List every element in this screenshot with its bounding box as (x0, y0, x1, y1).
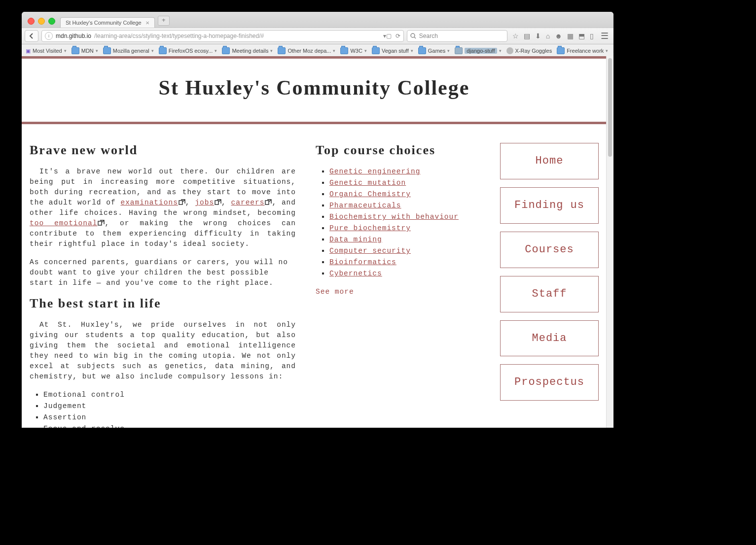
bookmark-item[interactable]: Games ▾ (418, 47, 450, 54)
link-see-more[interactable]: See more (316, 288, 354, 296)
list-item: Biochemistry with behaviour (329, 212, 478, 222)
list-item: Focus and resolve (43, 424, 296, 428)
list-item: Pharmaceuticals (329, 201, 478, 211)
nav-link-finding-us[interactable]: Finding us (500, 187, 599, 224)
pocket-icon[interactable]: ⬒ (578, 32, 585, 40)
browser-window: St Huxley's Community College ✕ + i mdn.… (22, 12, 613, 428)
course-link[interactable]: Genetic engineering (329, 168, 420, 175)
nav-column: Home Finding us Courses Staff Media Pros… (500, 143, 599, 428)
list-item: Pure biochemistry (329, 223, 478, 234)
address-bar[interactable]: i mdn.github.io /learning-area/css/styli… (41, 30, 404, 42)
bookmark-item[interactable]: ▣Most Visited ▾ (26, 48, 67, 54)
browser-toolbar: i mdn.github.io /learning-area/css/styli… (22, 28, 613, 44)
minimize-window-button[interactable] (38, 18, 45, 25)
search-placeholder: Search (419, 33, 438, 39)
link-jobs[interactable]: jobs (195, 199, 221, 206)
search-icon (410, 33, 416, 39)
url-host: mdn.github.io (56, 33, 91, 39)
page-header: St Huxley's Community College (22, 56, 607, 124)
bookmark-item[interactable]: MDN ▾ (72, 47, 98, 54)
external-link-icon (215, 199, 221, 205)
nav-link-staff[interactable]: Staff (500, 276, 599, 312)
course-link[interactable]: Genetic mutation (329, 179, 406, 187)
bookmark-item[interactable]: Mozilla general ▾ (103, 47, 154, 54)
nav-link-media[interactable]: Media (500, 320, 599, 357)
nav-link-courses[interactable]: Courses (500, 232, 599, 268)
bookmark-item[interactable]: W3C ▾ (340, 47, 366, 54)
nav-link-prospectus[interactable]: Prospectus (500, 364, 599, 401)
bookmark-item[interactable]: FirefoxOS ecosy... ▾ (159, 47, 217, 54)
browser-tab[interactable]: St Huxley's Community College ✕ (60, 17, 155, 28)
close-window-button[interactable] (28, 18, 35, 25)
external-link-icon (179, 199, 185, 205)
main-column: Brave new world It's a brave new world o… (30, 143, 296, 428)
heading-best-start: The best start in life (30, 296, 296, 311)
window-controls (26, 18, 57, 28)
home-icon[interactable]: ⌂ (546, 32, 550, 40)
bookmark-item[interactable]: Other Moz depa... ▾ (278, 47, 335, 54)
course-link[interactable]: Bioinformatics (329, 258, 396, 266)
bookmark-item[interactable]: Meeting details ▾ (222, 47, 273, 54)
bookmark-item[interactable]: Vegan stuff ▾ (372, 47, 413, 54)
course-link[interactable]: Computer security (329, 247, 411, 255)
downloads-icon[interactable]: ⬇ (535, 32, 541, 40)
search-bar[interactable]: Search (407, 30, 507, 42)
svg-line-1 (414, 37, 416, 38)
maximize-window-button[interactable] (48, 18, 55, 25)
heading-brave-new-world: Brave new world (30, 143, 296, 158)
course-link[interactable]: Pure biochemistry (329, 224, 411, 232)
link-careers[interactable]: careers (231, 199, 272, 206)
page-title: St Huxley's Community College (22, 76, 607, 100)
clipboard-icon[interactable]: ▤ (524, 32, 530, 40)
bookmark-star-icon[interactable]: ☆ (512, 32, 519, 40)
vertical-scrollbar[interactable] (606, 56, 613, 428)
menu-button[interactable]: ☰ (599, 31, 611, 41)
course-link[interactable]: Biochemistry with behaviour (329, 213, 459, 221)
back-button[interactable] (25, 30, 38, 42)
ext1-icon[interactable]: ▦ (567, 32, 574, 40)
top-courses-list: Genetic engineering Genetic mutation Org… (316, 167, 478, 279)
course-link[interactable]: Organic Chemistry (329, 190, 411, 198)
list-item: Assertion (43, 412, 296, 423)
list-item: Data mining (329, 235, 478, 245)
site-identity-icon[interactable]: i (45, 32, 53, 40)
svg-point-0 (411, 34, 415, 37)
url-path: /learning-area/css/styling-text/typesett… (94, 33, 264, 39)
external-link-icon (265, 199, 272, 205)
list-item: Organic Chemistry (329, 189, 478, 200)
intro-paragraph-1: It's a brave new world out there. Our ch… (30, 167, 296, 249)
course-link[interactable]: Data mining (329, 236, 382, 243)
page-viewport: St Huxley's Community College Brave new … (22, 56, 607, 428)
bookmark-item[interactable]: django-stuff ▾ (455, 47, 501, 54)
list-item: Emotional control (43, 390, 296, 400)
compulsory-lessons-list: Emotional control Judgement Assertion Fo… (30, 390, 296, 428)
nav-link-home[interactable]: Home (500, 143, 599, 179)
bookmarks-bar: ▣Most Visited ▾ MDN ▾ Mozilla general ▾ … (22, 44, 613, 58)
tab-title: St Huxley's Community College (66, 20, 142, 26)
tab-strip: St Huxley's Community College ✕ + (22, 12, 613, 28)
list-item: Genetic engineering (329, 167, 478, 177)
course-link[interactable]: Pharmaceuticals (329, 202, 401, 209)
list-item: Cybernetics (329, 269, 478, 279)
best-start-paragraph: At St. Huxley's, we pride ourselves in n… (30, 320, 296, 382)
list-item: Bioinformatics (329, 257, 478, 268)
reader-mode-icon[interactable]: ▾▢ (383, 33, 392, 39)
course-link[interactable]: Cybernetics (329, 270, 382, 277)
toolbar-icons: ☆ ▤ ⬇ ⌂ ☻ ▦ ⬒ ▯ (510, 32, 596, 40)
link-examinations[interactable]: examinations (120, 199, 185, 206)
reload-button[interactable]: ⟳ (396, 33, 400, 39)
aside-column: Top course choices Genetic engineering G… (316, 143, 478, 428)
bookmark-item[interactable]: Freelance work ▾ (557, 47, 608, 54)
link-too-emotional[interactable]: too emotional (30, 219, 105, 227)
close-tab-button[interactable]: ✕ (145, 20, 149, 26)
arrow-left-icon (29, 33, 35, 39)
bookmarks-overflow[interactable]: » (613, 48, 613, 54)
list-item: Computer security (329, 246, 478, 256)
bookmark-item[interactable]: X-Ray Goggles (506, 47, 552, 54)
external-link-icon (98, 220, 105, 226)
ext2-icon[interactable]: ▯ (590, 32, 594, 40)
new-tab-button[interactable]: + (158, 16, 170, 26)
list-item: Judgement (43, 401, 296, 411)
chat-icon[interactable]: ☻ (555, 32, 562, 40)
intro-paragraph-2: As concerned parents, guardians or carer… (30, 257, 296, 288)
